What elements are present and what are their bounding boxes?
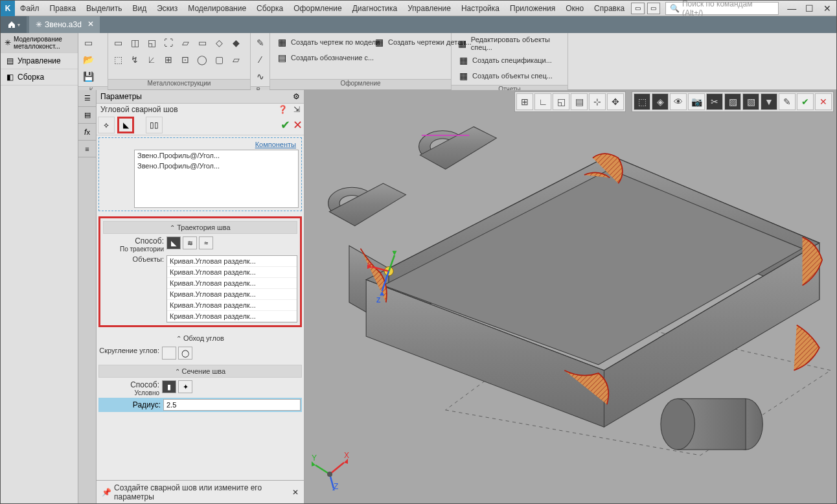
tool-9-icon[interactable]: ⬚ <box>110 52 126 67</box>
vp-brush-icon[interactable]: ✎ <box>779 93 796 110</box>
tool-16-icon[interactable]: ▱ <box>228 52 244 67</box>
menu-file[interactable]: Файл <box>15 4 45 13</box>
pencil-icon[interactable]: ✎ <box>253 35 268 51</box>
3d-viewport[interactable]: X Z X Y Z <box>304 90 836 503</box>
vtab-tree-icon[interactable]: ☰ <box>78 90 96 107</box>
document-tab[interactable]: ✳ Звено.a3d ✕ <box>29 16 100 33</box>
corners-header[interactable]: Обход углов <box>98 332 302 344</box>
help-icon[interactable]: ❓ <box>278 105 288 114</box>
menu-modeling[interactable]: Моделирование <box>183 4 251 13</box>
menu-view[interactable]: Вид <box>127 4 152 13</box>
cancel-icon[interactable]: ✕ <box>293 118 303 132</box>
window-minimize[interactable]: — <box>783 3 801 14</box>
save-icon[interactable]: 💾 <box>80 69 96 84</box>
mode-control[interactable]: ▤ Управление <box>1 53 78 69</box>
expand-icon[interactable]: ⇲ <box>293 105 300 114</box>
vp-move-icon[interactable]: ✥ <box>607 93 624 110</box>
tool-15-icon[interactable]: ▢ <box>211 52 227 67</box>
vtab-list-icon[interactable]: ▤ <box>78 107 96 124</box>
tool-1-icon[interactable]: ▭ <box>110 35 126 51</box>
menu-settings[interactable]: Настройка <box>456 4 505 13</box>
object-item[interactable]: Кривая.Угловая разделк... <box>167 256 297 267</box>
objects-list[interactable]: Кривая.Угловая разделк... Кривая.Угловая… <box>166 255 297 323</box>
tool-4-icon[interactable]: ⛶ <box>161 35 176 51</box>
vp-tool-b-icon[interactable]: ▨ <box>724 93 741 110</box>
window-close[interactable]: ✕ <box>818 3 836 14</box>
command-search[interactable]: 🔍 Поиск по командам (Alt+/) <box>665 2 779 15</box>
vp-persp-icon[interactable]: ◱ <box>553 93 569 110</box>
tool-11-icon[interactable]: ⟀ <box>144 52 159 67</box>
object-item[interactable]: Кривая.Угловая разделк... <box>167 300 297 311</box>
vp-box-icon[interactable]: ⬚ <box>634 93 650 110</box>
vtab-fx-icon[interactable]: fx <box>78 124 96 141</box>
menu-assembly[interactable]: Сборка <box>251 4 288 13</box>
object-item[interactable]: Кривая.Угловая разделк... <box>167 278 297 289</box>
orientation-axes-icon[interactable]: X Y Z <box>310 445 356 490</box>
vp-reject-icon[interactable]: ✕ <box>815 93 832 110</box>
vp-filter-icon[interactable]: ▼ <box>761 93 777 110</box>
mode-assembly[interactable]: ◧ Сборка <box>1 69 78 86</box>
section-header[interactable]: Сечение шва <box>98 365 302 378</box>
menu-edit[interactable]: Правка <box>45 4 82 13</box>
view-mode-3[interactable]: ▯▯ <box>146 117 163 133</box>
line-icon[interactable]: ∕ <box>253 52 268 67</box>
view-mode-1[interactable]: ⟡ <box>98 117 115 133</box>
curve-icon[interactable]: ∿ <box>253 69 268 84</box>
radius-input[interactable] <box>163 399 301 411</box>
tool-2-icon[interactable]: ◫ <box>127 35 143 51</box>
menu-applications[interactable]: Приложения <box>505 4 560 13</box>
home-tab[interactable] <box>1 16 27 33</box>
menu-window[interactable]: Окно <box>560 4 589 13</box>
new-doc-icon[interactable]: ▭ <box>80 35 96 51</box>
vtab-lines-icon[interactable]: ≡ <box>78 141 96 157</box>
pin-icon[interactable]: 📌 <box>102 488 111 497</box>
menu-help[interactable]: Справка <box>589 4 630 13</box>
method-mode-2[interactable]: ≋ <box>183 236 197 249</box>
menu-diagnostics[interactable]: Диагностика <box>347 4 403 13</box>
section-mode-1[interactable]: ▮ <box>162 380 176 393</box>
tool-14-icon[interactable]: ◯ <box>194 52 210 67</box>
object-item[interactable]: Кривая.Угловая разделк... <box>167 267 297 278</box>
window-layout-1-icon[interactable]: ▭ <box>631 3 644 14</box>
object-item[interactable]: Кривая.Угловая разделк... <box>167 289 297 300</box>
params-gear-icon[interactable]: ⚙ <box>293 92 300 101</box>
vp-confirm-icon[interactable]: ✔ <box>797 93 814 110</box>
window-layout-2-icon[interactable]: ▭ <box>647 3 660 14</box>
rounding-off[interactable] <box>162 347 176 360</box>
method-mode-3[interactable]: ≈ <box>199 236 213 249</box>
vp-tool-a-icon[interactable]: ✂ <box>706 93 723 110</box>
create-designation-button[interactable]: ▤ Создать обозначение с... <box>271 50 450 65</box>
vp-camera-icon[interactable]: 📷 <box>688 93 705 110</box>
view-mode-2-selected[interactable]: ◣ <box>117 117 134 133</box>
mode-metal-structures[interactable]: ✳ Моделирование металлоконст... <box>1 33 78 53</box>
object-item[interactable]: Кривая.Угловая разделк... <box>167 311 297 322</box>
vp-grid-icon[interactable]: ⊞ <box>516 93 533 110</box>
components-link[interactable]: Компоненты <box>102 141 299 148</box>
menu-annotation[interactable]: Оформление <box>288 4 347 13</box>
tool-8-icon[interactable]: ◆ <box>228 35 244 51</box>
window-maximize[interactable]: ☐ <box>801 3 819 14</box>
vp-view-icon[interactable]: ▤ <box>571 93 588 110</box>
tool-10-icon[interactable]: ↯ <box>127 52 143 67</box>
menu-sketch[interactable]: Эскиз <box>152 4 183 13</box>
vp-tool-c-icon[interactable]: ▧ <box>742 93 759 110</box>
tool-6-icon[interactable]: ▭ <box>194 35 210 51</box>
vp-iso-icon[interactable]: ◈ <box>652 93 669 110</box>
trajectory-header[interactable]: Траектория шва <box>103 221 297 234</box>
create-spec-objects-button[interactable]: ▦ Создать объекты спец... <box>453 68 566 84</box>
components-list[interactable]: Звено.Профиль@/Угол... Звено.Профиль@/Уг… <box>134 150 299 208</box>
rounding-on[interactable]: ◯ <box>178 347 192 360</box>
vp-axes-icon[interactable]: ⊹ <box>589 93 606 110</box>
tab-close-icon[interactable]: ✕ <box>86 19 96 29</box>
section-mode-2[interactable]: ✦ <box>178 380 192 393</box>
method-mode-1[interactable]: ◣ <box>166 236 181 249</box>
apply-icon[interactable]: ✔ <box>281 118 290 132</box>
tool-7-icon[interactable]: ◇ <box>211 35 227 51</box>
component-item[interactable]: Звено.Профиль@/Угол... <box>135 161 298 171</box>
menu-select[interactable]: Выделить <box>81 4 127 13</box>
create-spec-button[interactable]: ▦ Создать спецификаци... <box>453 52 566 68</box>
tool-12-icon[interactable]: ⊞ <box>161 52 176 67</box>
component-item[interactable]: Звено.Профиль@/Угол... <box>135 150 298 161</box>
tool-13-icon[interactable]: ⊡ <box>178 52 193 67</box>
create-detail-drawings-button[interactable]: ▦ Создать чертежи детал... <box>369 34 476 50</box>
